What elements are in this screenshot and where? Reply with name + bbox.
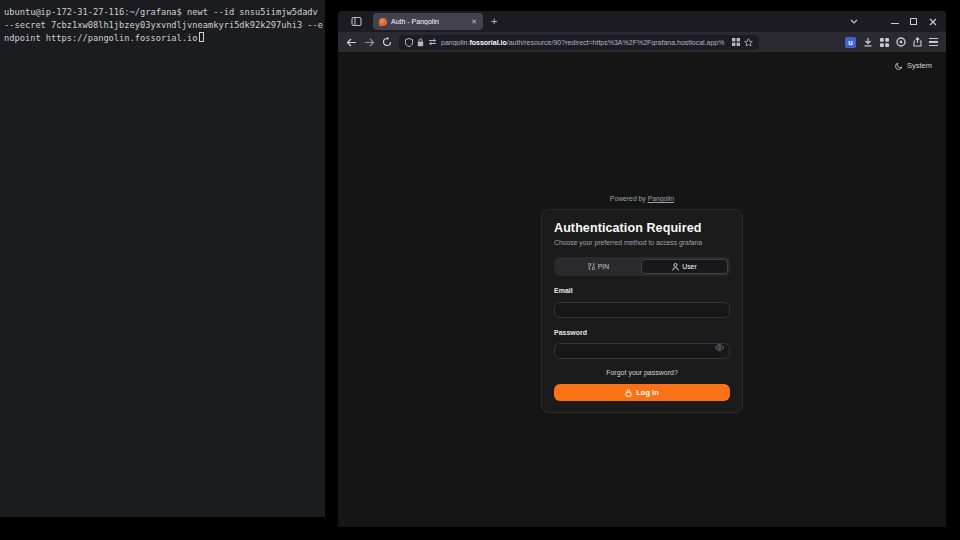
auth-card-subtitle: Choose your preferred method to access g… <box>554 239 730 246</box>
forgot-password-link[interactable]: Forgot your password? <box>554 369 730 376</box>
switch-arrows-icon[interactable] <box>428 38 437 46</box>
url-bar[interactable]: pangolin.fossorial.io/auth/resource/90?r… <box>399 35 759 50</box>
keypad-icon <box>588 263 595 270</box>
terminal-line: ndpoint https://pangolin.fossorial.io <box>4 32 321 45</box>
privacy-extension-icon[interactable] <box>896 37 906 47</box>
bookmark-star-icon[interactable] <box>744 38 753 47</box>
tab-close-icon[interactable]: ✕ <box>471 18 477 25</box>
password-field[interactable] <box>554 343 730 359</box>
tracking-shield-icon[interactable] <box>405 38 413 47</box>
new-tab-button[interactable]: + <box>491 16 497 27</box>
browser-tab-auth-pangolin[interactable]: Auth - Pangolin ✕ <box>373 13 483 30</box>
auth-card: Authentication Required Choose your pref… <box>541 209 743 413</box>
auth-card-title: Authentication Required <box>554 221 730 235</box>
ublock-extension-icon[interactable]: u <box>845 37 856 48</box>
browser-nav-toolbar: pangolin.fossorial.io/auth/resource/90?r… <box>338 32 946 52</box>
theme-toggle-label: System <box>907 61 932 70</box>
browser-window: Auth - Pangolin ✕ + <box>338 11 946 527</box>
downloads-icon[interactable] <box>863 37 873 47</box>
close-window-button[interactable] <box>928 17 938 27</box>
auth-method-tabs: PIN User <box>554 257 730 276</box>
forward-button-icon[interactable] <box>364 38 375 47</box>
pangolin-favicon-icon <box>379 18 387 26</box>
lock-icon <box>625 389 632 397</box>
firefox-view-icon[interactable] <box>350 15 363 28</box>
menu-icon[interactable] <box>929 38 938 46</box>
maximize-button[interactable] <box>910 18 917 25</box>
terminal-cursor <box>199 32 204 42</box>
reload-button-icon[interactable] <box>382 37 392 47</box>
pangolin-auth-page: System Powered by Pangolin Authenticatio… <box>338 52 946 527</box>
tab-user[interactable]: User <box>641 259 728 274</box>
browser-tab-bar: Auth - Pangolin ✕ + <box>338 11 946 32</box>
user-icon <box>672 263 679 271</box>
container-grid-icon[interactable] <box>732 38 740 46</box>
share-icon[interactable] <box>913 37 922 47</box>
list-tabs-chevron-icon[interactable] <box>849 17 859 27</box>
email-field[interactable] <box>554 302 730 318</box>
show-password-eye-icon[interactable] <box>715 344 724 351</box>
theme-toggle[interactable]: System <box>895 61 932 70</box>
extensions-icon[interactable] <box>880 38 889 47</box>
powered-by: Powered by Pangolin <box>541 195 743 202</box>
minimize-button[interactable] <box>891 19 899 24</box>
terminal-line: --secret 7cbz1xw08lh1jbzey03yxvndljvneam… <box>4 19 321 32</box>
login-button[interactable]: Log in <box>554 384 730 401</box>
url-text: pangolin.fossorial.io/auth/resource/90?r… <box>441 39 728 46</box>
tab-title: Auth - Pangolin <box>391 18 467 25</box>
terminal-line: ubuntu@ip-172-31-27-116:~/grafana$ newt … <box>4 6 321 19</box>
email-label: Email <box>554 287 730 294</box>
moon-icon <box>895 62 903 70</box>
https-lock-icon[interactable] <box>417 38 424 47</box>
password-label: Password <box>554 329 730 336</box>
tab-pin[interactable]: PIN <box>556 259 641 274</box>
terminal-window[interactable]: ubuntu@ip-172-31-27-116:~/grafana$ newt … <box>0 0 325 517</box>
pangolin-link[interactable]: Pangolin <box>648 195 674 202</box>
back-button-icon[interactable] <box>346 38 357 47</box>
